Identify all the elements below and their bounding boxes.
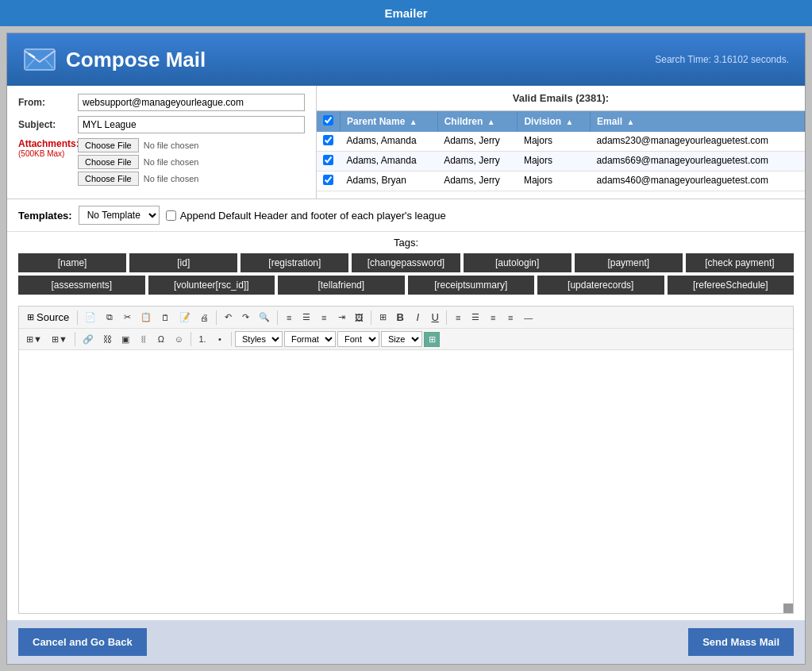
- align-left-btn[interactable]: ≡: [281, 310, 297, 325]
- col-children[interactable]: Children ▲: [437, 111, 518, 132]
- redo-btn[interactable]: ↷: [237, 310, 253, 325]
- find-btn[interactable]: 🔍: [255, 310, 274, 325]
- tag-button[interactable]: [id]: [129, 253, 237, 272]
- row-division: Majors: [518, 172, 591, 191]
- align-center-btn[interactable]: ☰: [298, 310, 314, 325]
- cancel-button[interactable]: Cancel and Go Back: [18, 628, 147, 656]
- choose-file-btn-3[interactable]: Choose File: [78, 172, 139, 186]
- row-checkbox-cell[interactable]: [317, 132, 341, 152]
- row-division: Majors: [518, 132, 591, 152]
- tag-button[interactable]: [autologin]: [464, 253, 571, 272]
- row-email: adams669@manageyourleaguetest.com: [591, 152, 805, 172]
- paste-word-btn[interactable]: 📝: [175, 310, 194, 325]
- size-select[interactable]: Size: [381, 331, 422, 347]
- tags-label: Tags:: [18, 237, 794, 249]
- table-tools-btn[interactable]: ⊞▼: [22, 332, 46, 347]
- row-email: adams460@manageyourleaguetest.com: [591, 172, 805, 191]
- templates-select[interactable]: No Template: [79, 206, 160, 225]
- special-char-btn[interactable]: Ω: [153, 332, 169, 346]
- tag-button[interactable]: [payment]: [575, 253, 683, 272]
- resize-handle[interactable]: [783, 604, 793, 613]
- list-ol-btn[interactable]: 1.: [194, 332, 210, 346]
- copy-btn[interactable]: ⧉: [102, 310, 117, 325]
- editor-body[interactable]: [19, 350, 793, 509]
- div-btn[interactable]: ▣: [117, 332, 133, 347]
- link-btn[interactable]: 🔗: [79, 332, 98, 347]
- row-checkbox[interactable]: [323, 155, 333, 165]
- attachments-label: Attachments:: [18, 138, 78, 149]
- choose-file-btn-2[interactable]: Choose File: [78, 155, 139, 169]
- tag-button[interactable]: [name]: [18, 253, 126, 272]
- align-l2-btn[interactable]: ≡: [450, 310, 466, 325]
- table-insert-btn[interactable]: ⊞▼: [48, 332, 71, 347]
- table-btn[interactable]: ⊞: [375, 310, 391, 325]
- indent-btn[interactable]: ⇥: [333, 310, 349, 325]
- templates-row: Templates: No Template Append Default He…: [7, 199, 805, 232]
- top-section: From: Subject: Attachments: (500KB Max) …: [7, 86, 805, 199]
- styles-select[interactable]: Styles: [235, 331, 283, 347]
- attachment-row-3: Choose File No file chosen: [78, 172, 198, 186]
- row-checkbox[interactable]: [323, 175, 333, 185]
- source-button[interactable]: ⊞ Source: [22, 309, 74, 326]
- row-checkbox[interactable]: [323, 135, 333, 145]
- choose-file-btn-1[interactable]: Choose File: [78, 138, 139, 152]
- print-btn[interactable]: 🖨: [196, 310, 213, 325]
- tag-button[interactable]: [volunteer[rsc_id]]: [148, 276, 275, 295]
- tag-button[interactable]: [updaterecords]: [537, 276, 664, 295]
- bold-btn[interactable]: B: [392, 309, 408, 326]
- subject-label: Subject:: [18, 119, 78, 130]
- attachment-row-2: Choose File No file chosen: [78, 155, 198, 169]
- list-ul-btn[interactable]: •: [212, 332, 228, 346]
- append-checkbox[interactable]: [166, 210, 176, 221]
- underline-btn[interactable]: U: [427, 309, 443, 326]
- align-right-btn[interactable]: ≡: [316, 310, 332, 325]
- no-file-text-1: No file chosen: [144, 141, 199, 150]
- paste-btn[interactable]: 📋: [137, 310, 156, 325]
- toolbar-row-2: ⊞▼ ⊞▼ 🔗 ⛓ ▣ ⧛ Ω ☺ 1. • Styles: [19, 329, 793, 349]
- tag-button[interactable]: [receiptsummary]: [408, 276, 535, 295]
- format-select[interactable]: Format: [284, 331, 336, 347]
- align-r2-btn[interactable]: ≡: [485, 310, 501, 325]
- col-email[interactable]: Email ▲: [591, 111, 805, 132]
- align-j-btn[interactable]: ≡: [502, 310, 518, 325]
- cut-btn[interactable]: ✂: [119, 310, 135, 325]
- subject-input[interactable]: [78, 116, 305, 133]
- tag-button[interactable]: [assessments]: [18, 276, 145, 295]
- email-sort-arrow: ▲: [626, 118, 634, 126]
- smiley-btn[interactable]: ☺: [171, 332, 187, 346]
- tag-button[interactable]: [tellafriend]: [278, 276, 405, 295]
- tag-button[interactable]: [changepassword]: [352, 253, 460, 272]
- select-all-checkbox[interactable]: [323, 115, 333, 125]
- undo-btn[interactable]: ↶: [220, 310, 236, 325]
- maximize-btn[interactable]: ⊞: [424, 332, 440, 347]
- send-button[interactable]: Send Mass Mail: [688, 628, 794, 656]
- editor-body-wrapper: [19, 350, 793, 613]
- app-title: Emailer: [0, 0, 812, 26]
- pagebreak-btn[interactable]: ⧛: [135, 332, 152, 346]
- from-input[interactable]: [78, 94, 305, 111]
- align-full-btn[interactable]: —: [520, 310, 537, 325]
- unlink-btn[interactable]: ⛓: [99, 332, 116, 346]
- toolbar-sep-3: [277, 310, 278, 325]
- row-checkbox-cell[interactable]: [317, 152, 341, 172]
- row-checkbox-cell[interactable]: [317, 172, 341, 191]
- toolbar-sep-6: [75, 332, 75, 346]
- align-c2-btn[interactable]: ☰: [468, 310, 483, 325]
- col-checkbox[interactable]: [317, 111, 341, 132]
- col-division[interactable]: Division ▲: [518, 111, 591, 132]
- tag-button[interactable]: [registration]: [241, 253, 348, 272]
- tag-button[interactable]: [refereeSchedule]: [668, 276, 795, 295]
- footer-bar: Cancel and Go Back Send Mass Mail: [7, 620, 805, 664]
- paste-text-btn[interactable]: 🗒: [157, 310, 174, 325]
- templates-label: Templates:: [18, 210, 72, 222]
- italic-btn[interactable]: I: [410, 309, 425, 326]
- col-parent-name[interactable]: Parent Name ▲: [341, 111, 438, 132]
- image-btn[interactable]: 🖼: [351, 310, 368, 325]
- font-select[interactable]: Font: [337, 331, 379, 347]
- email-table-wrapper: Parent Name ▲ Children ▲ Division ▲ Emai…: [317, 111, 805, 199]
- table-header-row: Parent Name ▲ Children ▲ Division ▲ Emai…: [317, 111, 805, 132]
- row-children: Adams, Jerry: [437, 152, 518, 172]
- tag-button[interactable]: [check payment]: [686, 253, 794, 272]
- from-label: From:: [18, 97, 78, 108]
- new-doc-btn[interactable]: 📄: [81, 310, 100, 325]
